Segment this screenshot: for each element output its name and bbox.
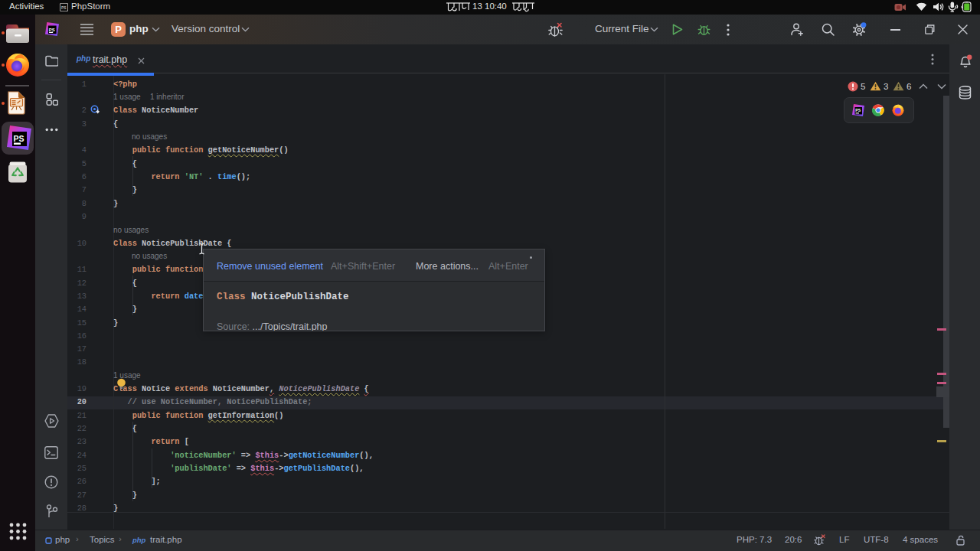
svg-text:PS: PS xyxy=(14,134,24,143)
svg-text:PS: PS xyxy=(61,6,67,10)
svg-text:PS: PS xyxy=(855,108,861,112)
svg-text:PS: PS xyxy=(49,28,55,32)
